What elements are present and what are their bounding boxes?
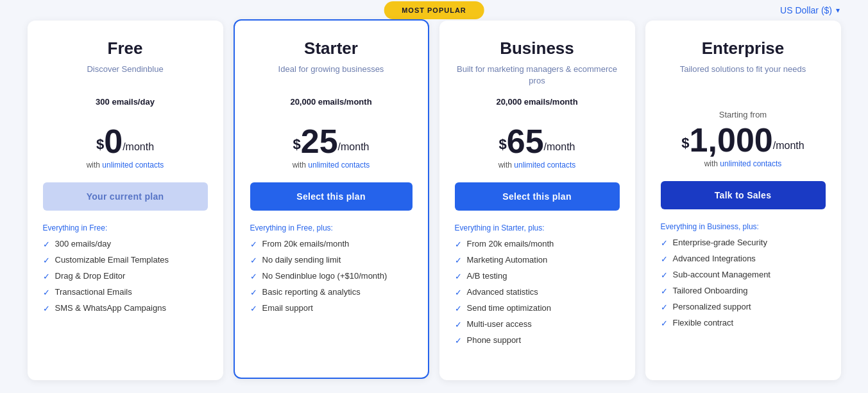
feature-text: Multi-user access	[467, 319, 532, 329]
plan-name: Enterprise	[661, 39, 826, 58]
feature-text: Marketing Automation	[467, 255, 548, 265]
plan-name: Starter	[250, 39, 413, 58]
feature-item: ✓ No daily sending limit	[250, 255, 413, 265]
feature-text: Advanced Integrations	[673, 254, 756, 263]
check-icon: ✓	[250, 288, 257, 297]
features-list: ✓ From 20k emails/month ✓ Marketing Auto…	[455, 239, 620, 345]
check-icon: ✓	[43, 240, 50, 249]
check-icon: ✓	[455, 272, 462, 281]
features-header: Everything in Starter, plus:	[455, 223, 620, 232]
plan-name: Free	[43, 39, 208, 58]
top-bar: MOST POPULAR US Dollar ($) ▾	[0, 0, 868, 21]
feature-text: Advanced statistics	[467, 287, 538, 297]
most-popular-badge: MOST POPULAR	[384, 1, 484, 19]
feature-text: Customizable Email Templates	[55, 255, 169, 265]
check-icon: ✓	[455, 320, 462, 329]
feature-item: ✓ Enterprise-grade Security	[661, 238, 826, 248]
currency-label: US Dollar ($)	[780, 5, 832, 15]
price-contacts: with unlimited contacts	[661, 159, 826, 168]
feature-text: Basic reporting & analytics	[262, 287, 361, 297]
features-header: Everything in Free, plus:	[250, 223, 413, 232]
price-period: /month	[773, 140, 804, 152]
check-icon: ✓	[455, 336, 462, 345]
feature-item: ✓ Personalized support	[661, 302, 826, 312]
feature-item: ✓ Drag & Drop Editor	[43, 271, 208, 281]
features-list: ✓ Enterprise-grade Security ✓ Advanced I…	[661, 238, 826, 328]
features-header: Everything in Free:	[43, 223, 208, 232]
plan-card-enterprise: Enterprise Tailored solutions to fit you…	[645, 21, 841, 380]
feature-item: ✓ Marketing Automation	[455, 255, 620, 265]
check-icon: ✓	[661, 270, 668, 280]
features-list: ✓ 300 emails/day ✓ Customizable Email Te…	[43, 239, 208, 313]
cta-button-starter[interactable]: Select this plan	[250, 182, 413, 211]
feature-item: ✓ Advanced statistics	[455, 287, 620, 297]
plan-card-starter: Starter Ideal for growing businesses 20,…	[234, 19, 429, 379]
check-icon: ✓	[661, 319, 668, 328]
check-icon: ✓	[661, 238, 668, 248]
feature-item: ✓ Multi-user access	[455, 319, 620, 329]
unlimited-contacts-link[interactable]: unlimited contacts	[514, 161, 575, 170]
feature-text: A/B testing	[467, 271, 507, 281]
feature-text: Enterprise-grade Security	[673, 238, 767, 247]
feature-item: ✓ Basic reporting & analytics	[250, 287, 413, 297]
feature-item: ✓ Transactional Emails	[43, 287, 208, 297]
price-contacts: with unlimited contacts	[250, 161, 413, 170]
email-volume: 20,000 emails/month	[455, 97, 620, 107]
feature-text: Send time optimization	[467, 303, 552, 313]
cta-button-enterprise[interactable]: Talk to Sales	[661, 181, 826, 209]
price-row: $ 65 /month	[455, 125, 620, 158]
check-icon: ✓	[250, 304, 257, 313]
email-volume: 20,000 emails/month	[250, 97, 413, 107]
feature-item: ✓ Send time optimization	[455, 303, 620, 313]
feature-text: SMS & WhatsApp Campaigns	[55, 303, 166, 313]
price-contacts: with unlimited contacts	[455, 161, 620, 170]
feature-text: Flexible contract	[673, 318, 734, 328]
feature-text: No daily sending limit	[262, 255, 341, 265]
feature-text: Email support	[262, 303, 313, 313]
price-row: $ 25 /month	[250, 125, 413, 158]
check-icon: ✓	[43, 256, 50, 265]
feature-text: No Sendinblue logo (+$10/month)	[262, 271, 387, 281]
price-period: /month	[123, 141, 154, 153]
feature-item: ✓ 300 emails/day	[43, 239, 208, 249]
price-currency: $	[96, 136, 104, 153]
check-icon: ✓	[43, 304, 50, 313]
check-icon: ✓	[661, 302, 668, 312]
check-icon: ✓	[250, 256, 257, 265]
feature-text: Sub-account Management	[673, 270, 770, 279]
unlimited-contacts-link[interactable]: unlimited contacts	[720, 159, 781, 168]
currency-selector[interactable]: US Dollar ($) ▾	[780, 5, 840, 15]
feature-text: Drag & Drop Editor	[55, 271, 126, 281]
unlimited-contacts-link[interactable]: unlimited contacts	[308, 161, 370, 170]
cta-button-free[interactable]: Your current plan	[43, 182, 208, 211]
plan-card-free: Free Discover Sendinblue 300 emails/day …	[28, 21, 223, 380]
price-row: $ 0 /month	[43, 125, 208, 158]
unlimited-contacts-link[interactable]: unlimited contacts	[102, 161, 164, 170]
check-icon: ✓	[455, 240, 462, 249]
price-currency: $	[293, 136, 300, 153]
feature-text: Transactional Emails	[55, 287, 132, 297]
feature-text: Personalized support	[673, 302, 751, 311]
feature-item: ✓ Advanced Integrations	[661, 254, 826, 264]
plan-tagline: Discover Sendinblue	[43, 64, 208, 87]
check-icon: ✓	[661, 286, 668, 296]
features-header: Everything in Business, plus:	[661, 222, 826, 231]
price-currency: $	[681, 135, 689, 152]
feature-text: From 20k emails/month	[262, 239, 350, 249]
features-list: ✓ From 20k emails/month ✓ No daily sendi…	[250, 239, 413, 313]
feature-item: ✓ Email support	[250, 303, 413, 313]
starting-from-label: Starting from	[661, 110, 826, 119]
cta-button-business[interactable]: Select this plan	[455, 182, 620, 211]
plan-name: Business	[455, 39, 620, 58]
plans-container: Free Discover Sendinblue 300 emails/day …	[0, 21, 868, 393]
feature-item: ✓ No Sendinblue logo (+$10/month)	[250, 271, 413, 281]
check-icon: ✓	[250, 240, 257, 249]
price-amount: 25	[301, 125, 338, 158]
feature-item: ✓ SMS & WhatsApp Campaigns	[43, 303, 208, 313]
check-icon: ✓	[43, 272, 50, 281]
plan-tagline: Tailored solutions to fit your needs	[661, 64, 826, 87]
feature-text: From 20k emails/month	[467, 239, 554, 249]
check-icon: ✓	[661, 254, 668, 264]
price-currency: $	[498, 136, 506, 153]
price-amount: 1,000	[690, 123, 773, 157]
